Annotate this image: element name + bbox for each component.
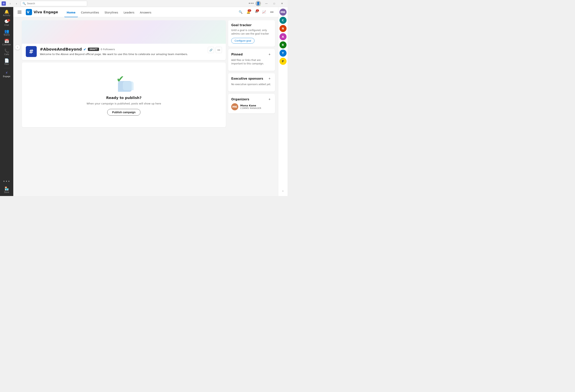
chat-badge: 1: [7, 19, 10, 22]
organizer-row: MK Mona Kane COMMS MANAGER: [231, 103, 272, 110]
app-name: Viva Engage: [34, 10, 58, 14]
sidebar-label-calendar: Calendar: [2, 44, 11, 46]
right-panel-collapse-button[interactable]: ›: [280, 187, 287, 194]
top-nav-links: Home Communities Storylines Leaders Answ…: [64, 10, 154, 14]
draft-badge: DRAFT: [88, 48, 99, 51]
executive-sponsors-description: No executive sponsors added yet.: [231, 83, 272, 86]
campaign-title-row: #AboveAndBeyond ✔ DRAFT 0 Followers: [40, 47, 205, 51]
right-sidebar: Goal tracker Until a goal is configured,…: [228, 20, 275, 193]
right-avatar-4[interactable]: A: [280, 33, 287, 40]
collapse-sidebar-button[interactable]: ‹: [15, 45, 20, 50]
nav-link-communities[interactable]: Communities: [79, 10, 101, 17]
organizer-name: Mona Kane: [240, 104, 261, 107]
close-button[interactable]: ✕: [278, 1, 286, 6]
nav-link-home[interactable]: Home: [64, 10, 78, 17]
campaign-more-button[interactable]: •••: [216, 47, 222, 53]
global-search-input[interactable]: [27, 2, 85, 5]
calls-icon: 📞: [4, 49, 9, 53]
executive-sponsors-title: Executive sponsors: [231, 77, 263, 80]
app-body: 🔔 Activity 💬 1 Chat 👥 Teams 📅 Calendar 📞…: [0, 7, 288, 196]
analytics-button[interactable]: 📈: [261, 9, 267, 15]
minimize-button[interactable]: —: [263, 1, 270, 6]
sidebar-item-calendar[interactable]: 📅 Calendar: [1, 38, 12, 47]
sidebar-item-files[interactable]: 📄 Files: [1, 57, 12, 66]
notifications-button[interactable]: 🔔 12: [245, 9, 252, 15]
status-indicator: [259, 5, 261, 6]
organizers-header: Organizers +: [231, 97, 272, 102]
publish-inner: ✔ Ready to publish? When your campaign i…: [79, 63, 169, 127]
organizers-panel: Organizers + MK Mona Kane COMMS MANAGER: [228, 94, 275, 114]
nav-link-answers[interactable]: Answers: [138, 10, 154, 17]
search-button[interactable]: 🔍: [238, 9, 244, 15]
teams-icon: 👥: [4, 29, 9, 33]
main-area: V Viva Engage Home Communities Storyline…: [13, 7, 278, 196]
pinned-header: Pinned +: [231, 52, 272, 57]
window-controls: — □ ✕: [263, 1, 286, 6]
left-sidebar: 🔔 Activity 💬 1 Chat 👥 Teams 📅 Calendar 📞…: [0, 7, 13, 196]
publish-illustration: ✔: [114, 74, 134, 92]
global-search-bar[interactable]: 🔍: [21, 1, 87, 6]
sidebar-item-calls[interactable]: 📞 Calls: [1, 48, 12, 57]
engage-icon: ⚡: [5, 71, 8, 75]
title-bar-controls: ••• 👤 — □ ✕: [248, 1, 286, 6]
goal-tracker-panel: Goal tracker Until a goal is configured,…: [228, 20, 275, 47]
more-options-button[interactable]: •••: [248, 1, 254, 5]
hamburger-menu[interactable]: [16, 9, 23, 15]
speech-bubble-2: [123, 81, 134, 90]
sidebar-item-teams[interactable]: 👥 Teams: [1, 28, 12, 37]
calendar-icon: 📅: [4, 39, 9, 43]
sidebar-item-engage[interactable]: ⚡ Engage: [1, 70, 12, 79]
sidebar-item-chat[interactable]: 💬 1 Chat: [1, 18, 12, 27]
messages-badge: 5: [256, 9, 259, 12]
organizers-add-button[interactable]: +: [267, 97, 272, 102]
right-avatar-6[interactable]: T: [280, 49, 287, 57]
campaign-details: #AboveAndBeyond ✔ DRAFT 0 Followers Welc…: [40, 47, 205, 56]
sidebar-label-activity: Activity: [3, 14, 10, 16]
organizers-title: Organizers: [231, 98, 249, 101]
forward-button[interactable]: ›: [14, 1, 19, 6]
checkmark-icon: ✔: [116, 74, 124, 84]
configure-goal-button[interactable]: Configure goal: [231, 38, 255, 44]
pinned-add-button[interactable]: +: [267, 52, 272, 57]
campaign-description: Welcome to the Above and Beyond official…: [40, 52, 205, 56]
right-avatar-3[interactable]: N: [280, 25, 287, 32]
right-avatar-2[interactable]: C: [280, 17, 287, 24]
campaign-actions: 🔗 •••: [208, 47, 222, 53]
nav-link-leaders[interactable]: Leaders: [121, 10, 137, 17]
sidebar-item-more[interactable]: •••: [1, 178, 12, 184]
sidebar-item-store[interactable]: 🏪 Store: [1, 185, 12, 194]
back-button[interactable]: ‹: [7, 1, 13, 6]
user-avatar-title[interactable]: 👤: [256, 1, 261, 6]
main-content: # #AboveAndBeyond ✔ DRAFT 0 Followers We…: [22, 20, 226, 193]
campaign-info: # #AboveAndBeyond ✔ DRAFT 0 Followers We…: [22, 44, 226, 60]
messages-button[interactable]: ✉ 5: [253, 9, 259, 15]
copy-link-button[interactable]: 🔗: [208, 47, 214, 53]
activity-icon: 🔔: [4, 10, 9, 14]
right-avatar-5[interactable]: R: [280, 41, 287, 48]
app-logo-small: [1, 1, 6, 6]
executive-sponsors-panel: Executive sponsors + No executive sponso…: [228, 73, 275, 92]
verified-icon: ✔: [83, 47, 86, 51]
right-panel: MK C N A R T P ›: [278, 7, 288, 196]
publish-campaign-button[interactable]: Publish campaign: [107, 109, 141, 115]
sidebar-label-files: Files: [4, 63, 9, 65]
nav-link-storylines[interactable]: Storylines: [102, 10, 120, 17]
sidebar-item-activity[interactable]: 🔔 Activity: [1, 9, 12, 18]
store-icon: 🏪: [4, 186, 9, 190]
goal-tracker-description: Until a goal is configured, only admins …: [231, 28, 272, 36]
right-avatar-7[interactable]: P: [280, 58, 287, 65]
top-nav-actions: 🔍 🔔 12 ✉ 5 📈 •••: [238, 9, 275, 15]
organizer-role: COMMS MANAGER: [240, 107, 261, 110]
right-avatar-1[interactable]: MK: [280, 9, 287, 16]
goal-tracker-title: Goal tracker: [231, 23, 252, 27]
search-icon: 🔍: [23, 2, 26, 5]
more-options-nav-button[interactable]: •••: [269, 9, 275, 15]
organizer-info: Mona Kane COMMS MANAGER: [240, 104, 261, 110]
sidebar-label-engage: Engage: [3, 75, 10, 77]
publish-card: ✔ Ready to publish? When your campaign i…: [22, 63, 226, 127]
sponsors-add-button[interactable]: +: [267, 76, 272, 81]
notifications-badge: 12: [248, 9, 251, 12]
goal-tracker-header: Goal tracker: [231, 23, 272, 27]
maximize-button[interactable]: □: [270, 1, 278, 6]
campaign-name: #AboveAndBeyond: [40, 47, 82, 51]
